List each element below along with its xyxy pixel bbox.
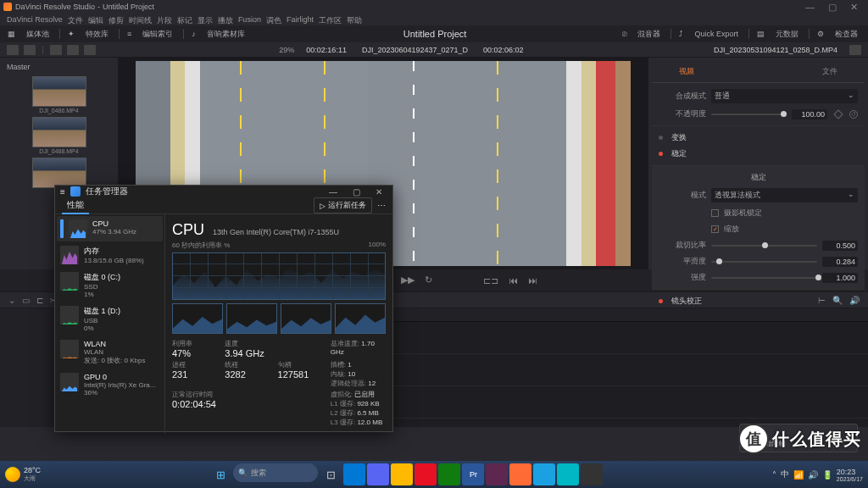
- trim-tool-icon[interactable]: ⊏: [36, 296, 43, 305]
- stabilize-section[interactable]: 稳定: [671, 148, 687, 159]
- taskbar-app-icon[interactable]: [415, 463, 437, 485]
- mixer-icon[interactable]: ⎚: [620, 28, 629, 40]
- taskbar-search[interactable]: 🔍 搜索: [233, 463, 318, 482]
- tray-clock[interactable]: 20:232023/6/17: [837, 468, 863, 482]
- taskman-side-disk1[interactable]: 磁盘 1 (D:)USB0%: [57, 302, 163, 336]
- mediapool-icon[interactable]: ▦: [5, 28, 18, 40]
- timeline-menu-icon[interactable]: ⌄: [8, 296, 15, 305]
- taskman-side-gpu[interactable]: GPU 0Intel(R) Iris(R) Xe Gra...36%: [57, 369, 163, 400]
- taskbar-app-icon[interactable]: [343, 463, 365, 485]
- metadata-button[interactable]: 元数据: [771, 27, 804, 42]
- tray-volume-icon[interactable]: 🔊: [808, 470, 818, 480]
- taskbar-app-icon[interactable]: [509, 463, 531, 485]
- stabilize-mode-dropdown[interactable]: 透视算法模式⌄: [711, 188, 858, 202]
- camera-lock-checkbox[interactable]: [711, 209, 719, 217]
- opacity-slider[interactable]: [711, 114, 787, 115]
- taskman-tab-performance[interactable]: 性能: [62, 197, 89, 214]
- viewer-clip-name[interactable]: DJI_20230604192437_0271_D: [362, 46, 468, 54]
- smooth-value[interactable]: 0.284: [822, 257, 858, 267]
- maximize-button[interactable]: ▢: [821, 2, 843, 13]
- menu-item[interactable]: DaVinci Resolve: [7, 15, 63, 24]
- start-button[interactable]: ⊞: [209, 463, 231, 485]
- system-tray[interactable]: ˄ 中 📶 🔊 🔋 20:232023/6/17: [772, 468, 863, 482]
- media-clip[interactable]: DJI_0488.MP4: [32, 117, 86, 154]
- soundlib-icon[interactable]: ♪: [189, 28, 198, 40]
- mixer-button[interactable]: 混音器: [632, 27, 665, 42]
- minimize-button[interactable]: —: [798, 2, 821, 12]
- view-list-icon[interactable]: [7, 45, 19, 55]
- taskman-side-wlan[interactable]: WLANWLAN发送: 0 接收: 0 Kbps: [57, 336, 163, 369]
- menu-item[interactable]: 编辑: [88, 15, 103, 24]
- effects-icon[interactable]: ✦: [65, 28, 77, 40]
- transform-section[interactable]: 变换: [671, 132, 687, 143]
- soundlib-button[interactable]: 音响素材库: [202, 27, 250, 42]
- viewer-zoom[interactable]: 29%: [279, 46, 294, 54]
- taskbar-app-icon[interactable]: [533, 463, 555, 485]
- view-thumb-icon[interactable]: [24, 45, 36, 55]
- index-icon[interactable]: ≡: [125, 28, 134, 40]
- taskman-titlebar[interactable]: ≡ 任务管理器 — ▢ ✕: [55, 186, 392, 197]
- next-edit-icon[interactable]: ⏭: [526, 274, 539, 288]
- volume-icon[interactable]: 🔊: [849, 296, 860, 305]
- snap-icon[interactable]: ⊢: [818, 296, 826, 305]
- opacity-value[interactable]: 100.00: [792, 109, 827, 119]
- selection-tool-icon[interactable]: ▭: [22, 296, 30, 305]
- taskbar-app-icon[interactable]: [391, 463, 413, 485]
- menu-item[interactable]: Fusion: [238, 15, 261, 24]
- run-new-task-button[interactable]: ▷ 运行新任务: [314, 197, 372, 214]
- taskbar-app-icon[interactable]: [367, 463, 389, 485]
- menu-item[interactable]: 显示: [198, 15, 213, 24]
- reset-icon[interactable]: ↺: [849, 110, 858, 119]
- tray-lang-icon[interactable]: 中: [781, 469, 789, 480]
- menu-item[interactable]: 工作区: [319, 15, 342, 24]
- menu-item[interactable]: 修剪: [108, 15, 124, 24]
- taskbar-app-icon[interactable]: Pr: [462, 463, 484, 485]
- strength-slider[interactable]: [711, 277, 817, 279]
- taskbar-app-icon[interactable]: [557, 463, 579, 485]
- quickexport-icon[interactable]: ⤴: [676, 28, 686, 40]
- index-button[interactable]: 编辑索引: [137, 27, 178, 42]
- more-icon[interactable]: ⋯: [377, 201, 386, 210]
- effects-button[interactable]: 特效库: [81, 27, 114, 42]
- taskman-side-memory[interactable]: 内存13.8/15.6 GB (88%): [57, 242, 163, 268]
- taskman-side-disk0[interactable]: 磁盘 0 (C:)SSD1%: [57, 269, 163, 302]
- menu-button[interactable]: ≡: [60, 187, 65, 197]
- media-clip[interactable]: DJI_0486.MP4: [32, 76, 86, 114]
- tray-wifi-icon[interactable]: 📶: [793, 470, 804, 480]
- tray-battery-icon[interactable]: 🔋: [822, 470, 832, 480]
- search-icon[interactable]: [67, 45, 79, 55]
- smooth-slider[interactable]: [711, 261, 817, 263]
- inspector-icon[interactable]: ⚙: [815, 28, 826, 40]
- zoom-checkbox[interactable]: ✓: [711, 225, 719, 233]
- close-button[interactable]: ✕: [843, 2, 865, 13]
- menu-item[interactable]: 片段: [157, 15, 172, 24]
- strength-value[interactable]: 1.000: [822, 273, 858, 283]
- menu-item[interactable]: 调色: [266, 15, 281, 24]
- filter-icon[interactable]: [50, 45, 62, 55]
- loop-icon[interactable]: ↻: [423, 273, 434, 288]
- menu-item[interactable]: 帮助: [347, 15, 362, 24]
- metadata-icon[interactable]: ▤: [754, 28, 767, 40]
- menu-item[interactable]: 播放: [218, 15, 233, 24]
- composite-mode-dropdown[interactable]: 普通⌄: [711, 89, 858, 103]
- task-view-icon[interactable]: ⊡: [320, 463, 342, 485]
- prev-edit-icon[interactable]: ⏮: [507, 274, 520, 288]
- keyframe-icon[interactable]: [833, 109, 843, 119]
- crop-ratio-value[interactable]: 0.500: [822, 241, 858, 251]
- mediapool-button[interactable]: 媒体池: [21, 27, 54, 42]
- match-frame-icon[interactable]: ⊏⊐: [481, 274, 500, 288]
- inspector-tab-video[interactable]: 视频: [676, 64, 698, 79]
- menu-item[interactable]: Fairlight: [287, 15, 314, 24]
- taskbar-app-icon[interactable]: [486, 463, 508, 485]
- options-icon[interactable]: [84, 45, 96, 55]
- maximize-button[interactable]: ▢: [348, 187, 365, 197]
- media-clip[interactable]: [32, 158, 86, 188]
- crop-ratio-slider[interactable]: [711, 245, 817, 247]
- menu-item[interactable]: 文件: [68, 15, 83, 24]
- mediapool-tab[interactable]: Master: [7, 63, 31, 71]
- viewer-options-icon[interactable]: [849, 45, 861, 55]
- menu-item[interactable]: 时间线: [129, 15, 152, 24]
- step-fwd-icon[interactable]: ▶▶: [399, 273, 416, 288]
- minimize-button[interactable]: —: [324, 187, 342, 197]
- inspector-tab-file[interactable]: 文件: [819, 64, 841, 79]
